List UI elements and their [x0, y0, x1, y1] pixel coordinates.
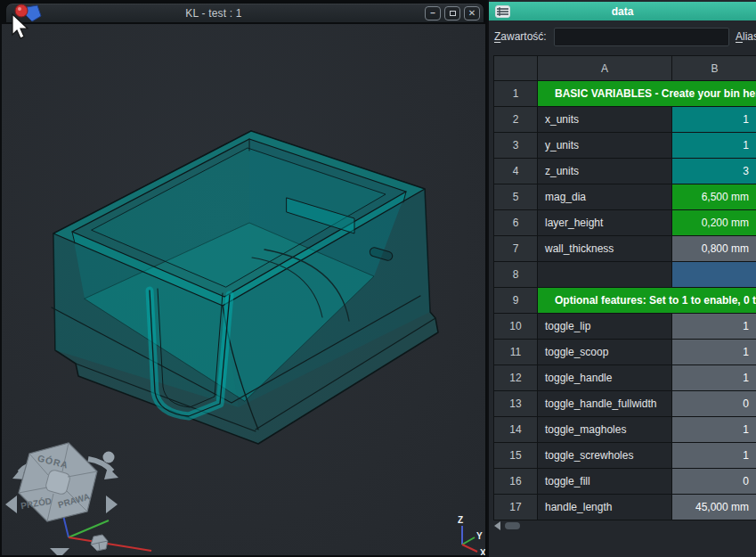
cell-label[interactable]: toggle_handle: [538, 365, 672, 391]
cell-value[interactable]: 1: [672, 133, 756, 159]
cell-label[interactable]: toggle_screwholes: [538, 443, 672, 469]
close-button[interactable]: ✕: [464, 6, 480, 20]
cell-value[interactable]: 1: [672, 417, 756, 443]
navigation-cube[interactable]: GÓRA PRZÓD PRAWA: [5, 443, 151, 555]
cell-value[interactable]: 0,800 mm: [672, 236, 756, 262]
cell-label[interactable]: toggle_scoop: [538, 340, 672, 365]
axis-z-label: Z: [458, 515, 463, 525]
minimize-button[interactable]: –: [425, 6, 441, 20]
maximize-button[interactable]: [444, 6, 460, 20]
scrollbar-thumb[interactable]: [505, 522, 520, 529]
nav-dot-button[interactable]: [103, 452, 115, 463]
row-number[interactable]: 12: [494, 365, 538, 391]
cell-value[interactable]: 3: [672, 159, 756, 184]
row-number[interactable]: 7: [494, 236, 538, 262]
panel-header[interactable]: data: [489, 2, 756, 20]
freecad-app: { "window": { "title": "KL - test : 1", …: [0, 0, 756, 557]
axis-x-label: X: [480, 548, 485, 555]
row-number[interactable]: 4: [494, 159, 538, 184]
row-number[interactable]: 8: [494, 262, 538, 288]
window-title: KL - test : 1: [6, 4, 421, 22]
cell-value[interactable]: 1: [672, 107, 756, 133]
cell-label[interactable]: [538, 262, 672, 288]
scroll-left-icon[interactable]: [494, 521, 500, 530]
row-number[interactable]: 17: [494, 495, 538, 520]
cell-value[interactable]: [672, 262, 756, 288]
cell-value[interactable]: 45,000 mm: [672, 495, 756, 520]
cell-label[interactable]: toggle_fill: [538, 469, 672, 495]
cell-value[interactable]: 0,200 mm: [672, 210, 756, 236]
cell-value[interactable]: 1: [672, 340, 756, 365]
cell-value[interactable]: 0: [672, 391, 756, 417]
merged-header-cell[interactable]: BASIC VARIABLES - Create your bin here: [538, 81, 756, 107]
cell-label[interactable]: toggle_magholes: [538, 417, 672, 443]
horizontal-scrollbar[interactable]: [494, 521, 520, 529]
cell-value[interactable]: 1: [672, 314, 756, 340]
row-number[interactable]: 5: [494, 184, 538, 210]
cell-label[interactable]: toggle_handle_fullwidth: [538, 391, 672, 417]
column-header-b[interactable]: B: [672, 56, 756, 81]
row-number[interactable]: 6: [494, 210, 538, 236]
3d-view-window: KL - test : 1 – ✕: [2, 3, 485, 555]
row-number[interactable]: 10: [494, 314, 538, 340]
cell-value[interactable]: 0: [672, 469, 756, 495]
merged-header-cell[interactable]: Optional features: Set to 1 to enable, 0…: [538, 288, 756, 314]
panel-title: data: [489, 5, 756, 18]
bin-model[interactable]: [52, 131, 438, 444]
cell-label[interactable]: mag_dia: [538, 184, 672, 210]
nav-right-arrow[interactable]: [106, 496, 118, 513]
nav-left-arrow[interactable]: [5, 496, 17, 513]
row-number[interactable]: 9: [494, 288, 538, 314]
3d-viewport[interactable]: GÓRA PRZÓD PRAWA Z Y X: [2, 24, 485, 555]
row-number[interactable]: 1: [494, 81, 538, 107]
mini-cube-button[interactable]: [91, 535, 108, 551]
axis-indicator: Z Y X: [458, 515, 485, 555]
row-number[interactable]: 3: [494, 133, 538, 159]
row-number[interactable]: 14: [494, 417, 538, 443]
cell-value[interactable]: 1: [672, 365, 756, 391]
row-number[interactable]: 2: [494, 107, 538, 133]
cell-label[interactable]: handle_length: [538, 495, 672, 520]
row-number[interactable]: 15: [494, 443, 538, 469]
row-number[interactable]: 13: [494, 391, 538, 417]
cell-label[interactable]: z_units: [538, 159, 672, 184]
cell-label[interactable]: y_units: [538, 133, 672, 159]
column-header-a[interactable]: A: [538, 56, 672, 81]
cell-value[interactable]: 1: [672, 443, 756, 469]
nav-down-arrow[interactable]: [50, 548, 69, 555]
cell-label[interactable]: layer_height: [538, 210, 672, 236]
row-number[interactable]: 11: [494, 340, 538, 365]
corner-header[interactable]: [494, 56, 538, 81]
axis-y-label: Y: [476, 531, 483, 541]
maximize-icon: [450, 11, 456, 16]
cell-label[interactable]: toggle_lip: [538, 314, 672, 340]
window-titlebar[interactable]: KL - test : 1 – ✕: [5, 3, 484, 23]
content-label: Zawartość:: [494, 30, 547, 43]
cell-content-input[interactable]: [554, 28, 729, 46]
spreadsheet-panel: data Zawartość: Alias A B 1 BASIC VARIAB…: [487, 0, 756, 557]
cell-value[interactable]: 6,500 mm: [672, 184, 756, 210]
row-number[interactable]: 16: [494, 469, 538, 495]
alias-link[interactable]: Alias: [736, 30, 756, 43]
cell-content-bar: Zawartość: Alias: [489, 22, 756, 53]
spreadsheet: A B 1 BASIC VARIABLES - Create your bin …: [493, 55, 756, 520]
cell-label[interactable]: wall_thickness: [538, 236, 672, 262]
cell-label[interactable]: x_units: [538, 107, 672, 133]
